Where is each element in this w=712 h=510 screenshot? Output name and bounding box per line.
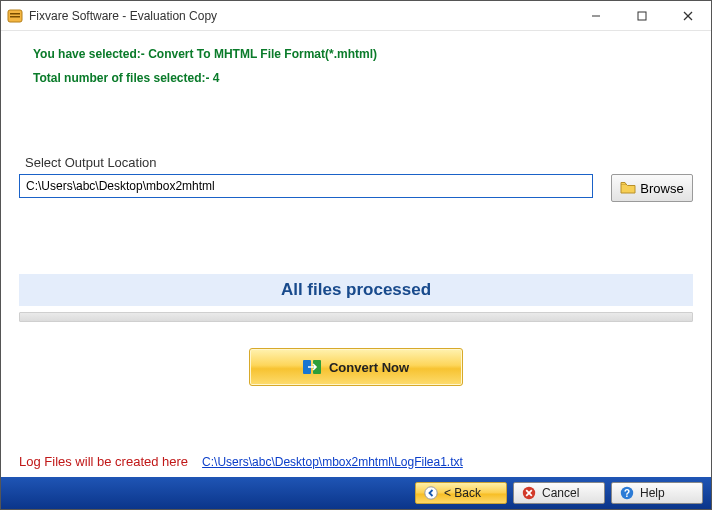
minimize-button[interactable] (573, 1, 619, 31)
progress-bar (19, 312, 693, 322)
folder-icon (620, 181, 636, 195)
file-count-text: Total number of files selected:- 4 (33, 71, 693, 85)
app-icon (7, 8, 23, 24)
help-label: Help (640, 486, 665, 500)
svg-rect-2 (10, 16, 20, 18)
browse-button[interactable]: Browse (611, 174, 693, 202)
log-files-label: Log Files will be created here (19, 454, 188, 469)
help-button[interactable]: ? Help (611, 482, 703, 504)
svg-rect-4 (638, 12, 646, 20)
output-location-label: Select Output Location (25, 155, 693, 170)
status-text: All files processed (19, 274, 693, 306)
svg-point-9 (425, 487, 437, 499)
close-button[interactable] (665, 1, 711, 31)
log-file-link[interactable]: C:\Users\abc\Desktop\mbox2mhtml\LogFilea… (202, 455, 463, 469)
maximize-button[interactable] (619, 1, 665, 31)
convert-now-button[interactable]: Convert Now (249, 348, 463, 386)
back-arrow-icon (424, 486, 438, 500)
cancel-icon (522, 486, 536, 500)
svg-text:?: ? (624, 488, 630, 499)
browse-label: Browse (640, 181, 683, 196)
selected-format-text: You have selected:- Convert To MHTML Fil… (33, 47, 693, 61)
back-button[interactable]: < Back (415, 482, 507, 504)
convert-label: Convert Now (329, 360, 409, 375)
footer-bar: < Back Cancel ? Help (1, 477, 711, 509)
convert-icon (303, 358, 321, 376)
window-title: Fixvare Software - Evaluation Copy (29, 9, 217, 23)
titlebar: Fixvare Software - Evaluation Copy (1, 1, 711, 31)
svg-rect-1 (10, 13, 20, 15)
cancel-label: Cancel (542, 486, 579, 500)
output-path-input[interactable] (19, 174, 593, 198)
back-label: < Back (444, 486, 481, 500)
cancel-button[interactable]: Cancel (513, 482, 605, 504)
help-icon: ? (620, 486, 634, 500)
